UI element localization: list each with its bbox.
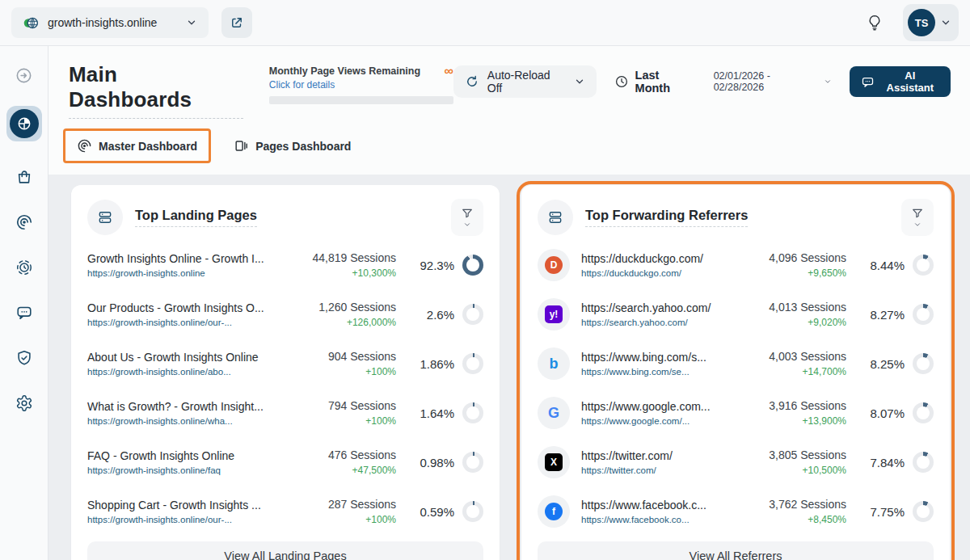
tab-pages-dashboard[interactable]: Pages Dashboard <box>222 131 362 161</box>
percentage-value: 8.07% <box>858 406 905 420</box>
table-row[interactable]: About Us - Growth Insights Online https:… <box>87 344 483 383</box>
sidebar-item-session-recordings[interactable] <box>6 250 42 285</box>
chat-bubble-icon <box>15 304 33 322</box>
date-range-selector[interactable]: 02/01/2026 - 02/28/2026 <box>714 70 832 93</box>
chevron-down-icon <box>824 78 832 86</box>
filter-button[interactable] <box>901 199 934 236</box>
auto-reload-label: Auto-Reload Off <box>487 69 566 95</box>
view-all-landing-pages-button[interactable]: View All Landing Pages <box>87 541 483 560</box>
filter-button[interactable] <box>451 199 483 236</box>
percentage-value: 8.44% <box>858 259 905 272</box>
donut-chart <box>913 255 934 276</box>
top-landing-pages-card: Top Landing Pages <box>71 185 500 560</box>
sidebar-item-acquisition[interactable] <box>6 159 42 195</box>
sidebar-item-dashboards[interactable] <box>6 106 42 141</box>
table-row[interactable]: Our Products - Growth Insights O... http… <box>87 295 483 334</box>
shield-check-icon <box>15 349 33 367</box>
donut-chart <box>913 501 934 522</box>
page-title-text: Our Products - Growth Insights O... <box>87 301 301 314</box>
google-favicon: G <box>545 404 563 422</box>
referrer-url-link[interactable]: https://www.bing.com/se... <box>581 367 751 377</box>
referrer-url-link[interactable]: https://twitter.com/ <box>581 465 751 475</box>
ai-assistant-button[interactable]: AI Assistant <box>850 66 951 97</box>
spiral-icon <box>77 138 92 154</box>
sessions-change: +47,500% <box>301 465 396 476</box>
referrer-title-text: https://www.google.com... <box>581 400 751 413</box>
avatar: TS <box>908 9 935 36</box>
gear-icon <box>15 394 33 412</box>
percentage-value: 1.64% <box>407 406 454 420</box>
funnel-icon <box>911 207 924 220</box>
period-label: Last Month <box>635 69 696 95</box>
referrer-url-link[interactable]: https://search.yahoo.com/ <box>581 318 751 327</box>
sessions-count: 476 Sessions <box>301 448 396 461</box>
open-website-button[interactable] <box>221 7 252 38</box>
sessions-count: 794 Sessions <box>301 399 396 412</box>
sidebar-item-settings[interactable] <box>6 385 42 421</box>
donut-chart <box>913 353 934 374</box>
domain-selector[interactable]: growth-insights.online <box>11 7 209 38</box>
table-row[interactable]: f https://www.facebook.c... https://www.… <box>538 492 934 531</box>
topbar: growth-insights.online TS <box>0 0 970 46</box>
user-menu[interactable]: TS <box>903 4 959 41</box>
donut-chart <box>913 402 934 423</box>
ai-assistant-label: AI Assistant <box>881 69 939 94</box>
click-for-details-link[interactable]: Click for details <box>269 79 420 91</box>
percentage-value: 0.98% <box>407 456 454 469</box>
percentage-value: 2.6% <box>407 308 454 322</box>
card-title: Top Forwarding Referrers <box>585 208 748 227</box>
sessions-count: 44,819 Sessions <box>301 251 396 264</box>
view-all-referrers-button[interactable]: View All Referrers <box>538 541 934 560</box>
collapse-arrow-icon <box>15 66 33 85</box>
referrer-url-link[interactable]: https://duckduckgo.com/ <box>581 268 751 278</box>
table-row[interactable]: What is Growth? - Growth Insight... http… <box>87 394 483 432</box>
table-row[interactable]: y! https://search.yahoo.com/ https://sea… <box>538 295 934 334</box>
page-title-text: Shopping Cart - Growth Insights ... <box>87 499 301 512</box>
table-row[interactable]: Growth Insights Online - Growth I... htt… <box>87 246 483 284</box>
page-url-link[interactable]: https://growth-insights.online/abo... <box>87 367 301 377</box>
percentage-value: 0.59% <box>407 505 454 519</box>
table-row[interactable]: FAQ - Growth Insights Online https://gro… <box>87 443 483 482</box>
table-row[interactable]: G https://www.google.com... https://www.… <box>538 394 934 432</box>
page-views-remaining: Monthly Page Views Remaining Click for d… <box>269 65 453 104</box>
percentage-value: 7.84% <box>858 456 905 469</box>
sessions-count: 287 Sessions <box>301 498 396 511</box>
referrer-title-text: https://duckduckgo.com/ <box>581 252 751 265</box>
sessions-count: 904 Sessions <box>301 350 396 363</box>
page-url-link[interactable]: https://growth-insights.online/our-... <box>87 515 301 524</box>
page-url-link[interactable]: https://growth-insights.online/our-... <box>87 318 301 327</box>
spiral-icon <box>15 213 33 231</box>
tips-button[interactable] <box>861 9 888 36</box>
clock-icon <box>614 74 629 89</box>
pages-icon <box>234 138 249 154</box>
table-row[interactable]: Shopping Cart - Growth Insights ... http… <box>87 492 483 531</box>
page-url-link[interactable]: https://growth-insights.online <box>87 268 301 278</box>
sidebar <box>0 46 48 560</box>
table-row[interactable]: b https://www.bing.com/s... https://www.… <box>538 344 934 383</box>
sidebar-item-collapse[interactable] <box>6 57 42 93</box>
ai-chat-icon <box>861 75 875 89</box>
auto-reload-dropdown[interactable]: Auto-Reload Off <box>453 65 597 98</box>
referrer-url-link[interactable]: https://www.google.com/... <box>581 416 751 426</box>
table-row[interactable]: X https://twitter.com/ https://twitter.c… <box>538 443 934 482</box>
sessions-count: 1,260 Sessions <box>301 301 396 314</box>
chevron-down-icon <box>574 76 585 87</box>
page-url-link[interactable]: https://growth-insights.online/wha... <box>87 416 301 426</box>
sessions-change: +8,450% <box>751 514 846 525</box>
date-range-value: 02/01/2026 - 02/28/2026 <box>714 70 821 93</box>
sidebar-item-feedback[interactable] <box>6 295 42 331</box>
database-icon <box>538 200 573 235</box>
sidebar-item-privacy[interactable] <box>6 340 42 376</box>
referrer-url-link[interactable]: https://www.facebook.co... <box>581 515 751 524</box>
infinity-icon: ∞ <box>444 65 453 77</box>
period-selector[interactable]: Last Month <box>614 69 696 95</box>
page-title-text: FAQ - Growth Insights Online <box>87 449 301 462</box>
tab-master-dashboard[interactable]: Master Dashboard <box>63 128 211 163</box>
page-url-link[interactable]: https://growth-insights.online/faq <box>87 465 301 475</box>
sidebar-item-behavior[interactable] <box>6 204 42 240</box>
external-link-icon <box>230 15 244 30</box>
donut-chart <box>462 255 483 276</box>
session-recording-icon <box>15 259 33 276</box>
table-row[interactable]: D https://duckduckgo.com/ https://duckdu… <box>538 246 934 284</box>
sessions-change: +10,500% <box>751 465 846 476</box>
